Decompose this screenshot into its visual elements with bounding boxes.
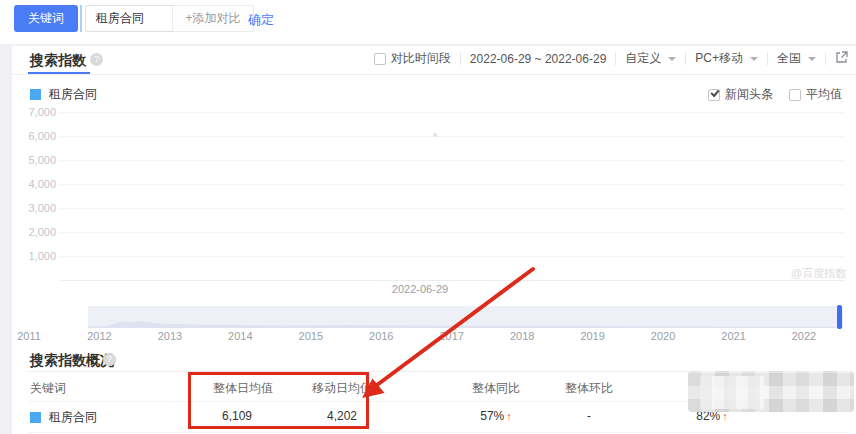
col-header-keyword: 关键词	[30, 380, 66, 397]
overlay-toggles: 新闻头条 平均值	[708, 86, 842, 103]
external-link-icon[interactable]	[835, 51, 848, 67]
divider	[767, 53, 768, 65]
timeline-year: 2011	[8, 330, 50, 342]
compare-period-checkbox[interactable]	[374, 53, 386, 65]
chart-controls: 对比时间段 2022-06-29 ~ 2022-06-29 自定义 PC+移动 …	[374, 50, 848, 67]
region-value: 全国	[777, 50, 801, 67]
compare-period-label: 对比时间段	[391, 50, 451, 67]
table-border-bottom	[28, 432, 848, 433]
timeline-year: 2014	[219, 330, 261, 342]
timeline-year: 2019	[572, 330, 614, 342]
region-dropdown[interactable]: 全国	[777, 50, 816, 67]
compare-period-toggle[interactable]: 对比时间段	[374, 50, 451, 67]
timeline-year: 2015	[290, 330, 332, 342]
y-tick-label: 6,000	[10, 129, 56, 143]
average-checkbox[interactable]	[789, 89, 801, 101]
timeline-brush[interactable]	[88, 306, 843, 328]
chevron-down-icon	[808, 57, 816, 61]
table-row[interactable]: 租房合同	[30, 409, 97, 426]
col-header-mobile-daily: 移动日均值	[282, 380, 402, 397]
timeline-year: 2020	[642, 330, 684, 342]
toolbar-divider	[80, 5, 82, 32]
chevron-down-icon	[750, 57, 758, 61]
news-label: 新闻头条	[725, 86, 773, 103]
confirm-button[interactable]: 确定	[248, 11, 274, 29]
y-tick-label: 3,000	[10, 201, 56, 215]
legend-keyword-label: 租房合同	[49, 86, 97, 103]
timeline-year: 2012	[78, 330, 120, 342]
tab-search-index[interactable]: 搜索指数	[30, 52, 86, 70]
add-compare-button[interactable]: +添加对比	[172, 5, 254, 32]
timeline-mini-series	[88, 321, 843, 328]
y-tick-label: 7,000	[10, 105, 56, 119]
overall-daily-value: 6,109	[177, 409, 297, 423]
timeline-year: 2013	[149, 330, 191, 342]
date-range-value: 2022-06-29 ~ 2022-06-29	[470, 52, 606, 66]
overall-mom-value: -	[529, 409, 649, 423]
trend-up-icon: ↑	[506, 410, 512, 422]
divider	[460, 53, 461, 65]
average-toggle[interactable]: 平均值	[789, 86, 842, 103]
chart-legend: 租房合同	[30, 86, 97, 103]
news-checkbox[interactable]	[708, 89, 720, 101]
keyword-input[interactable]	[85, 5, 177, 32]
x-axis-label: 2022-06-29	[370, 283, 470, 295]
divider	[685, 53, 686, 65]
col-header-overall-mom: 整体环比	[529, 380, 649, 397]
row-keyword: 租房合同	[49, 409, 97, 426]
watermark: @百度指数	[791, 266, 846, 281]
device-dropdown[interactable]: PC+移动	[695, 50, 758, 67]
timeline-year-labels: 2011201220132014201520162017201820192020…	[8, 330, 825, 342]
help-icon[interactable]: ?	[90, 53, 103, 66]
device-value: PC+移动	[695, 50, 743, 67]
y-axis-labels: 7,0006,0005,0004,0003,0002,0001,000	[10, 105, 56, 263]
mosaic-censor-patch	[700, 376, 764, 409]
y-tick-label: 1,000	[10, 249, 56, 263]
range-type-value: 自定义	[625, 50, 661, 67]
overview-title: 搜索指数概况	[30, 352, 114, 370]
average-label: 平均值	[806, 86, 842, 103]
tab-bar-border	[12, 74, 856, 75]
keyword-button[interactable]: 关键词	[14, 5, 78, 32]
y-tick-label: 5,000	[10, 153, 56, 167]
data-point[interactable]	[433, 133, 437, 137]
range-type-dropdown[interactable]: 自定义	[625, 50, 676, 67]
timeline-year: 2022	[783, 330, 825, 342]
divider	[615, 53, 616, 65]
y-tick-label: 2,000	[10, 225, 56, 239]
legend-swatch	[30, 89, 41, 100]
mobile-daily-value: 4,202	[282, 409, 402, 423]
timeline-year: 2021	[713, 330, 755, 342]
chart-baseline	[60, 280, 845, 281]
divider	[825, 53, 826, 65]
timeline-year: 2016	[360, 330, 402, 342]
timeline-year: 2017	[431, 330, 473, 342]
y-tick-label: 4,000	[10, 177, 56, 191]
chevron-down-icon	[668, 57, 676, 61]
date-range-picker[interactable]: 2022-06-29 ~ 2022-06-29	[470, 52, 606, 66]
news-toggle[interactable]: 新闻头条	[708, 86, 773, 103]
chart-plot-area[interactable]	[60, 112, 845, 281]
timeline-year: 2018	[501, 330, 543, 342]
help-icon[interactable]: ?	[103, 353, 116, 366]
row-swatch	[30, 412, 41, 423]
timeline-handle[interactable]	[837, 305, 842, 329]
